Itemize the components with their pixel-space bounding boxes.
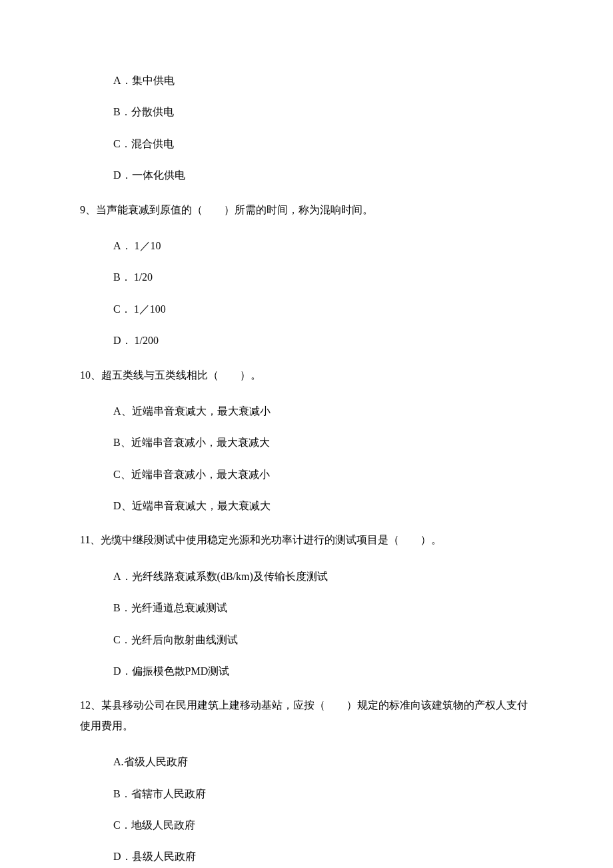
document-page: A．集中供电 B．分散供电 C．混合供电 D．一体化供电 9、当声能衰减到原值的… — [0, 0, 613, 868]
q11-option-a: A．光纤线路衰减系数(dB/km)及传输长度测试 — [113, 569, 533, 584]
q10-option-a: A、近端串音衰减大，最大衰减小 — [113, 404, 533, 419]
q10-option-d: D、近端串音衰减大，最大衰减大 — [113, 499, 533, 513]
q10-stem: 10、超五类线与五类线相比（ ）。 — [80, 365, 533, 385]
q12-option-d: D．县级人民政府 — [113, 849, 533, 864]
q11-stem: 11、光缆中继段测试中使用稳定光源和光功率计进行的测试项目是（ ）。 — [80, 530, 533, 550]
q8-option-d: D．一体化供电 — [113, 168, 533, 183]
q12-option-b: B．省辖市人民政府 — [113, 787, 533, 801]
q11-option-b: B．光纤通道总衰减测试 — [113, 601, 533, 615]
q9-option-d: D． 1/200 — [113, 333, 533, 348]
q9-option-b: B． 1/20 — [113, 270, 533, 285]
q12-option-a: A.省级人民政府 — [113, 755, 533, 769]
q8-option-b: B．分散供电 — [113, 105, 533, 119]
q11-option-c: C．光纤后向散射曲线测试 — [113, 633, 533, 647]
q8-option-a: A．集中供电 — [113, 73, 533, 88]
q12-stem: 12、某县移动公司在民用建筑上建移动基站，应按（ ）规定的标准向该建筑物的产权人… — [80, 695, 533, 736]
q10-option-b: B、近端串音衰减小，最大衰减大 — [113, 435, 533, 450]
q11-option-d: D．偏振模色散PMD测试 — [113, 664, 533, 679]
q10-option-c: C、近端串音衰减小，最大衰减小 — [113, 467, 533, 482]
q8-option-c: C．混合供电 — [113, 137, 533, 151]
q9-option-c: C． 1／100 — [113, 302, 533, 317]
q9-option-a: A． 1／10 — [113, 239, 533, 253]
q9-stem: 9、当声能衰减到原值的（ ）所需的时间，称为混响时间。 — [80, 200, 533, 220]
q12-option-c: C．地级人民政府 — [113, 818, 533, 833]
